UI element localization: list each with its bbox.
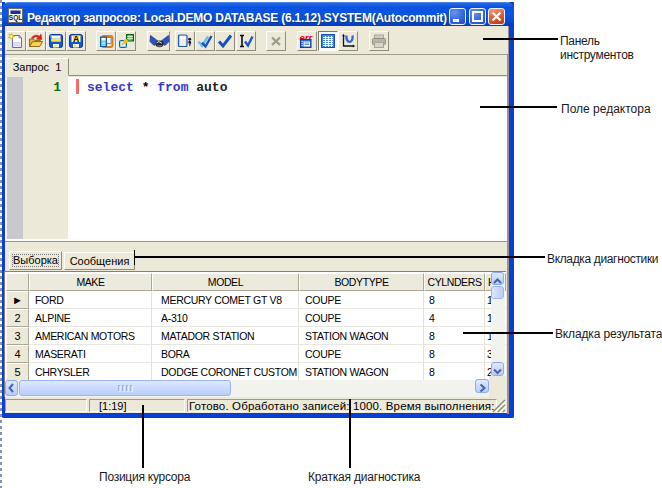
svg-text:SQL: SQL: [9, 14, 22, 22]
svg-text:A: A: [73, 34, 79, 44]
